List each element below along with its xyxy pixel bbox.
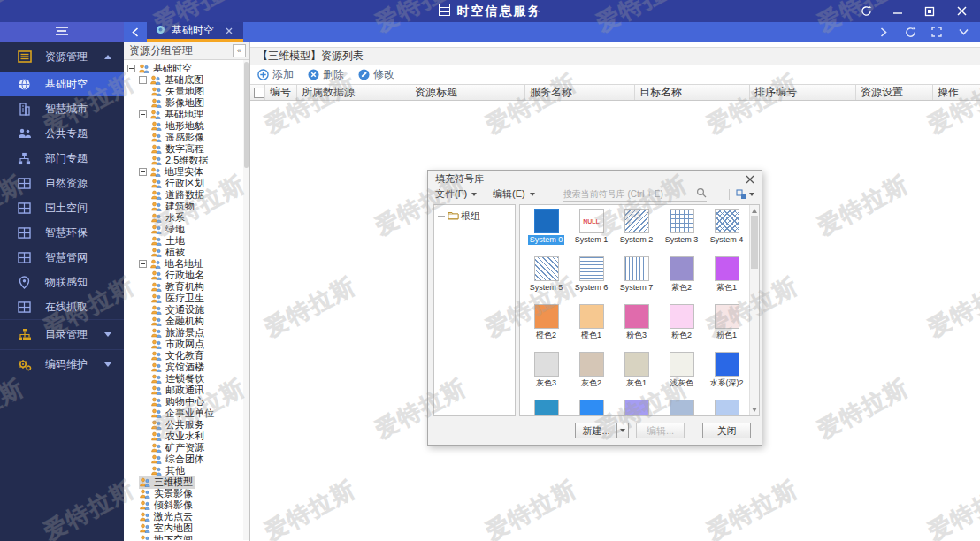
- tree-expand-toggle[interactable]: [139, 168, 147, 176]
- swatch-label: 橙色2: [534, 331, 558, 340]
- swatch-5[interactable]: System 5: [524, 256, 569, 304]
- gears-icon: [17, 357, 32, 372]
- maximize-icon[interactable]: [923, 5, 936, 18]
- swatch-17[interactable]: 灰色1: [614, 352, 659, 400]
- tree-expand-toggle[interactable]: [139, 110, 147, 118]
- swatch-label: System 4: [708, 235, 746, 245]
- symbol-search-input[interactable]: [563, 189, 696, 199]
- tree-node-12[interactable]: 建筑物: [124, 201, 249, 212]
- view-mode-button[interactable]: [729, 189, 754, 200]
- tree-node-34[interactable]: 综合团体: [124, 453, 249, 465]
- menu-file[interactable]: 文件(F): [435, 187, 477, 201]
- tree-node-13[interactable]: 水系: [124, 212, 249, 224]
- chevron-right-icon[interactable]: [877, 26, 890, 38]
- sidebar-item-6[interactable]: 国土空间: [0, 195, 124, 220]
- swatch-20[interactable]: 水系(深)1: [524, 400, 569, 416]
- swatch-19[interactable]: 水系(深)2: [704, 352, 749, 400]
- tab-back-icon[interactable]: [124, 22, 147, 42]
- toolbar-delete-button[interactable]: 删除: [308, 67, 344, 82]
- tree-node-14[interactable]: 绿地: [124, 224, 249, 235]
- sidebar-item-9[interactable]: 物联感知: [0, 270, 124, 294]
- close-icon[interactable]: [955, 5, 968, 18]
- sidebar-item-10[interactable]: 在线抓取: [0, 294, 124, 319]
- scroll-up-icon[interactable]: [752, 209, 757, 213]
- tab-strip: 基础时空: [124, 22, 980, 42]
- scroll-down-icon[interactable]: [752, 408, 757, 412]
- swatch-4[interactable]: System 4: [704, 209, 749, 256]
- sidebar-item-7[interactable]: 智慧环保: [0, 220, 124, 245]
- chevron-down-icon[interactable]: [957, 26, 969, 38]
- sidebar-item-4[interactable]: 部门专题: [0, 146, 124, 171]
- swatch-12[interactable]: 粉色3: [614, 304, 659, 352]
- swatch-2[interactable]: System 2: [614, 209, 659, 256]
- tree-scrollbar-thumb[interactable]: [244, 62, 249, 168]
- swatch-16[interactable]: 灰色2: [569, 352, 614, 400]
- fullscreen-icon[interactable]: [930, 26, 943, 38]
- tree-expand-toggle[interactable]: [127, 65, 135, 72]
- menu-edit[interactable]: 编辑(E): [493, 187, 535, 201]
- hamburger-menu-icon[interactable]: [55, 24, 69, 40]
- swatch-22[interactable]: 水系3: [614, 400, 659, 416]
- swatch-preview: [670, 304, 694, 329]
- swatch-preview: [670, 256, 694, 281]
- swatch-9[interactable]: 紫色1: [704, 256, 749, 304]
- swatch-23[interactable]: 水系2: [659, 400, 704, 416]
- sidebar-item-8[interactable]: 智慧管网: [0, 245, 124, 270]
- sidebar-item-12[interactable]: 编码维护: [0, 349, 124, 379]
- group-node-icon: [138, 64, 149, 74]
- group-node-icon: [150, 202, 162, 212]
- toolbar-add-button[interactable]: 添加: [257, 67, 294, 82]
- sidebar-item-2[interactable]: 智慧城市: [0, 96, 124, 121]
- sidebar-item-1[interactable]: 基础时空: [0, 72, 124, 96]
- people-icon: [17, 126, 32, 141]
- swatch-13[interactable]: 粉色2: [659, 304, 704, 352]
- swatch-18[interactable]: 浅灰色: [659, 352, 704, 400]
- minimize-icon[interactable]: [892, 5, 904, 18]
- swatch-7[interactable]: System 7: [614, 256, 659, 304]
- swatch-0[interactable]: System 0: [524, 209, 569, 256]
- swatch-15[interactable]: 灰色3: [524, 352, 569, 400]
- swatch-11[interactable]: 橙色1: [569, 304, 614, 352]
- tree-expand-toggle[interactable]: [139, 260, 147, 268]
- swatch-6[interactable]: System 6: [569, 256, 614, 304]
- folder-icon: [448, 210, 459, 222]
- sidebar-item-11[interactable]: 目录管理: [0, 319, 124, 349]
- new-button[interactable]: 新建...: [575, 423, 617, 438]
- swatch-8[interactable]: 紫色2: [659, 256, 704, 304]
- sidebar-item-label: 在线抓取: [45, 300, 88, 315]
- tree-node-15[interactable]: 土地: [124, 235, 249, 247]
- refresh-icon[interactable]: [860, 5, 872, 18]
- swatch-21[interactable]: 水系4: [569, 400, 614, 416]
- sidebar-item-label: 编码维护: [45, 357, 88, 372]
- tree-scrollbar[interactable]: [243, 60, 249, 540]
- group-root-node[interactable]: 根组: [438, 210, 515, 223]
- group-node-icon: [150, 282, 162, 293]
- swatch-scrollbar-thumb[interactable]: [751, 216, 758, 269]
- app-logo-icon: [439, 4, 450, 19]
- swatch-14[interactable]: 粉色1: [704, 304, 749, 352]
- swatch-3[interactable]: System 3: [659, 209, 704, 256]
- swatch-preview: [624, 209, 649, 233]
- sidebar-item-0[interactable]: 资源管理: [0, 42, 124, 72]
- select-all-checkbox[interactable]: [254, 88, 264, 98]
- panel-collapse-button[interactable]: «: [233, 44, 246, 57]
- tab-close-icon[interactable]: [226, 25, 233, 37]
- reload-icon[interactable]: [904, 26, 916, 38]
- search-icon[interactable]: [696, 186, 707, 202]
- tab-basic-spacetime[interactable]: 基础时空: [147, 22, 243, 42]
- new-dropdown-icon[interactable]: [617, 423, 629, 438]
- sidebar-item-3[interactable]: 公共专题: [0, 121, 124, 146]
- sidebar-item-5[interactable]: 自然资源: [0, 171, 124, 195]
- column-header-0: 编号: [265, 85, 297, 100]
- tree-expand-toggle[interactable]: [139, 76, 147, 84]
- group-node-icon: [150, 362, 162, 373]
- toolbar-edit-button[interactable]: 修改: [358, 67, 394, 82]
- swatch-24[interactable]: 水系1: [704, 400, 749, 416]
- tree-node-41[interactable]: 地下空间: [124, 534, 249, 540]
- swatch-scrollbar[interactable]: [749, 205, 759, 415]
- swatch-label: 水系(深)2: [708, 378, 746, 388]
- swatch-10[interactable]: 橙色2: [524, 304, 569, 352]
- close-button[interactable]: 关闭: [702, 423, 751, 438]
- swatch-1[interactable]: NULLSystem 1: [569, 209, 614, 256]
- dialog-close-icon[interactable]: [744, 173, 756, 186]
